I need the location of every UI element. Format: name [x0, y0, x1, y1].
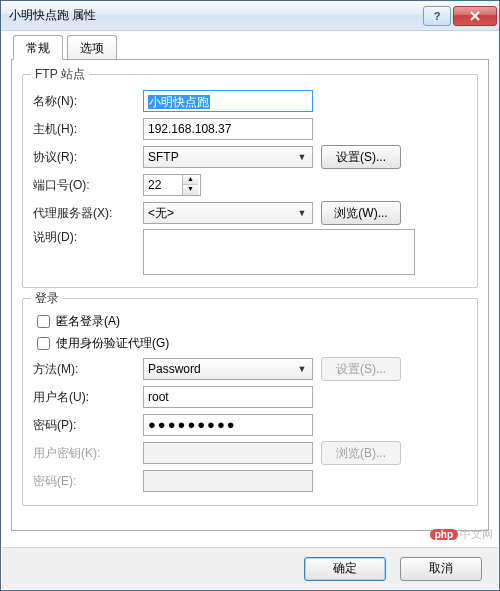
method-label: 方法(M): [33, 361, 143, 378]
proxy-label: 代理服务器(X): [33, 205, 143, 222]
protocol-value: SFTP [148, 150, 179, 164]
username-input[interactable] [143, 386, 313, 408]
protocol-select[interactable]: SFTP ▼ [143, 146, 313, 168]
anonymous-label: 匿名登录(A) [56, 313, 120, 330]
authproxy-checkbox-row[interactable]: 使用身份验证代理(G) [33, 334, 467, 353]
close-icon [469, 11, 481, 21]
ftp-legend: FTP 站点 [31, 66, 89, 83]
help-button[interactable]: ? [423, 6, 451, 26]
protocol-settings-button[interactable]: 设置(S)... [321, 145, 401, 169]
username-label: 用户名(U): [33, 389, 143, 406]
host-input[interactable] [143, 118, 313, 140]
passphrase-input [143, 470, 313, 492]
method-select[interactable]: Password ▼ [143, 358, 313, 380]
name-input[interactable]: 小明快点跑 [143, 90, 313, 112]
titlebar: 小明快点跑 属性 ? [1, 1, 499, 31]
authproxy-checkbox[interactable] [37, 337, 50, 350]
password-label: 密码(P): [33, 417, 143, 434]
name-label: 名称(N): [33, 93, 143, 110]
close-button[interactable] [453, 6, 497, 26]
anonymous-checkbox[interactable] [37, 315, 50, 328]
ok-button[interactable]: 确定 [304, 557, 386, 581]
port-spinner[interactable]: ▲ ▼ [143, 174, 201, 196]
cancel-button[interactable]: 取消 [400, 557, 482, 581]
chevron-down-icon: ▼ [294, 152, 310, 162]
spinner-down[interactable]: ▼ [183, 185, 198, 195]
window-title: 小明快点跑 属性 [9, 7, 421, 24]
port-input[interactable] [144, 175, 182, 195]
name-selection: 小明快点跑 [148, 95, 210, 109]
tab-general[interactable]: 常规 [13, 35, 63, 60]
proxy-select[interactable]: <无> ▼ [143, 202, 313, 224]
login-group: 登录 匿名登录(A) 使用身份验证代理(G) 方法(M): Password ▼ [22, 298, 478, 506]
description-label: 说明(D): [33, 229, 143, 246]
userkey-input [143, 442, 313, 464]
proxy-browse-button[interactable]: 浏览(W)... [321, 201, 401, 225]
spinner-buttons: ▲ ▼ [182, 175, 198, 195]
tabbar: 常规 选项 [11, 35, 489, 60]
login-legend: 登录 [31, 290, 63, 307]
method-settings-button: 设置(S)... [321, 357, 401, 381]
protocol-label: 协议(R): [33, 149, 143, 166]
tab-divider [11, 59, 489, 60]
anonymous-checkbox-row[interactable]: 匿名登录(A) [33, 312, 467, 331]
ftp-site-group: FTP 站点 名称(N): 小明快点跑 主机(H): [22, 74, 478, 288]
authproxy-label: 使用身份验证代理(G) [56, 335, 169, 352]
dialog-body: 常规 选项 FTP 站点 名称(N): 小明快点跑 主机(H): [1, 31, 499, 531]
method-value: Password [148, 362, 201, 376]
host-label: 主机(H): [33, 121, 143, 138]
description-textarea[interactable] [143, 229, 415, 275]
tab-options[interactable]: 选项 [67, 35, 117, 60]
properties-window: 小明快点跑 属性 ? 常规 选项 FTP 站点 名称(N): 小明快点跑 [0, 0, 500, 591]
userkey-label: 用户密钥(K): [33, 445, 143, 462]
port-label: 端口号(O): [33, 177, 143, 194]
userkey-browse-button: 浏览(B)... [321, 441, 401, 465]
footer: 确定 取消 [2, 547, 498, 589]
proxy-value: <无> [148, 205, 174, 222]
spinner-up[interactable]: ▲ [183, 175, 198, 185]
chevron-down-icon: ▼ [294, 208, 310, 218]
passphrase-label: 密码(E): [33, 473, 143, 490]
password-input[interactable]: ●●●●●●●●● [143, 414, 313, 436]
tab-pane: FTP 站点 名称(N): 小明快点跑 主机(H): [11, 60, 489, 531]
chevron-down-icon: ▼ [294, 364, 310, 374]
